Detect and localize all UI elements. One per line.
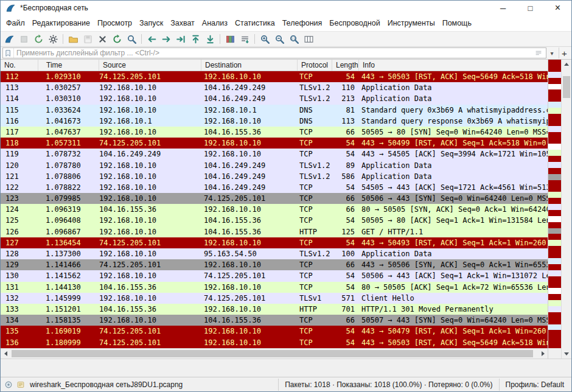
scroll-up-button[interactable] [562,60,571,69]
menu-item[interactable]: Телефония [279,16,326,30]
expert-info-icon[interactable] [3,379,14,390]
open-file-button[interactable] [66,32,80,46]
profile-label[interactable]: Профиль: Default [499,379,570,391]
packet-row[interactable]: 1301.141562192.168.10.1074.125.205.101TC… [1,270,548,281]
zoom-out-button[interactable] [273,32,286,46]
packet-row[interactable]: 1341.158135192.168.10.10104.16.155.36TCP… [1,315,548,326]
horizontal-scrollbar[interactable] [1,348,548,359]
packet-row[interactable]: 1271.13645474.125.205.101192.168.10.10TC… [1,237,548,248]
packet-row[interactable]: 1181.05731174.125.205.101192.168.10.10TC… [1,138,548,149]
packet-row[interactable]: 1221.078822192.168.10.10104.16.249.249TC… [1,182,548,193]
restart-capture-button[interactable] [32,32,45,46]
packet-cell-destination: 74.125.205.101 [201,293,298,304]
packet-cell-protocol: DNS [298,116,332,127]
scroll-left-button[interactable] [1,349,10,359]
packet-row[interactable]: 1281.137300192.168.10.1095.163.54.50TLSv… [1,248,548,259]
auto-scroll-button[interactable] [238,32,251,46]
column-header-info[interactable]: Info [359,60,548,71]
menu-item[interactable]: Беспроводной [326,16,383,30]
menu-item[interactable]: Захват [167,16,198,30]
packet-cell-no: 124 [1,204,38,215]
packet-row[interactable]: 1321.145999192.168.10.1074.125.205.101TL… [1,293,548,304]
menu-item[interactable]: Инструменты [384,16,439,30]
vertical-scrollbar-track[interactable] [562,69,571,349]
capture-options-button[interactable] [46,32,60,46]
minimap-stripe [548,318,561,324]
minimap-stripe [548,108,561,114]
menu-item[interactable]: Запуск [136,16,167,30]
go-to-packet-icon [176,34,186,44]
packet-cell-no: 116 [1,116,38,127]
packet-row[interactable]: 1241.096319104.16.155.36192.168.10.10TCP… [1,204,548,215]
go-to-packet-button[interactable] [174,32,187,46]
column-header-source[interactable]: Source [99,60,201,71]
resize-columns-button[interactable] [302,32,315,46]
filter-history-dropdown[interactable]: ▾ [546,47,557,58]
packet-row[interactable]: 1201.078780192.168.10.10104.16.249.249TL… [1,160,548,171]
packet-cell-no: 123 [1,193,38,204]
vertical-scrollbar-thumb[interactable] [563,76,570,98]
packet-row[interactable]: 1121.02931074.125.205.101192.168.10.10TC… [1,71,548,82]
go-last-button[interactable] [203,32,217,46]
menu-item[interactable]: Анализ [198,16,231,30]
packet-row[interactable]: 1291.14146674.125.205.101192.168.10.10TC… [1,259,548,270]
packet-row[interactable]: 1331.151201104.16.155.36192.168.10.10HTT… [1,304,548,315]
packet-row[interactable]: 1151.033624192.168.10.10192.168.10.1DNS8… [1,105,548,116]
go-forward-button[interactable] [159,32,173,46]
packet-row[interactable]: 1141.030310192.168.10.10104.16.249.249TL… [1,93,548,104]
column-header-time[interactable]: Time [38,60,99,71]
packet-cell-info: Application Data [359,82,548,93]
packet-cell-protocol: TLSv1.2 [298,248,332,259]
go-back-button[interactable] [145,32,158,46]
close-file-button[interactable] [96,32,109,46]
minimize-button[interactable]: ─ [489,1,517,15]
packet-row[interactable]: 1161.041673192.168.10.1192.168.10.10DNS1… [1,116,548,127]
menu-item[interactable]: Просмотр [94,16,136,30]
zoom-original-button[interactable]: 1:1 [287,32,301,46]
packet-cell-no: 135 [1,326,38,337]
packet-cell-protocol: TCP [298,193,332,204]
column-header-length[interactable]: Length [332,60,359,71]
menu-item[interactable]: Статистика [231,16,279,30]
display-filter-input[interactable] [14,48,531,58]
packet-row[interactable]: 1311.144130104.16.155.36192.168.10.10TCP… [1,282,548,293]
packet-row[interactable]: 1251.096408192.168.10.10104.16.155.36TCP… [1,215,548,226]
filter-bookmark-icon[interactable] [3,48,14,58]
packet-minimap[interactable] [548,60,561,348]
reload-file-button[interactable] [110,32,124,46]
capture-comment-icon[interactable] [15,379,26,390]
maximize-button[interactable]: □ [517,1,544,15]
scroll-right-button[interactable] [538,349,548,359]
packet-row[interactable]: 1261.096867192.168.10.10104.16.155.36HTT… [1,226,548,237]
close-button[interactable]: × [544,1,571,15]
go-first-button[interactable] [189,32,202,46]
horizontal-scrollbar-thumb[interactable] [12,350,533,357]
packet-row[interactable]: 1191.078732104.16.249.249192.168.10.10TC… [1,149,548,159]
vertical-scrollbar[interactable] [561,60,571,359]
horizontal-scrollbar-track[interactable] [10,349,538,359]
packet-row[interactable]: 1351.16901974.125.205.101192.168.10.10TC… [1,326,548,337]
packet-row[interactable]: 1171.047637192.168.10.10104.16.155.36TCP… [1,127,548,138]
packet-row[interactable]: 1131.030257192.168.10.10104.16.249.249TL… [1,82,548,93]
packet-row[interactable]: 1211.078806192.168.10.10104.16.249.249TL… [1,171,548,182]
start-capture-button[interactable] [2,32,16,46]
packet-cell-destination: 192.168.10.10 [201,71,298,82]
column-header-protocol[interactable]: Protocol [298,60,332,71]
filter-add-button[interactable]: + [559,47,570,58]
column-header-destination[interactable]: Destination [201,60,298,71]
packet-row[interactable]: 1231.079985192.168.10.1074.125.205.101TC… [1,193,548,204]
scroll-down-button[interactable] [562,349,571,359]
colorize-button[interactable] [223,32,237,46]
column-header-no[interactable]: No. [1,60,38,71]
zoom-in-button[interactable] [258,32,271,46]
packet-cell-source: 74.125.205.101 [99,337,201,348]
intelligent-scrollbar [548,60,561,359]
go-first-icon [190,34,201,44]
status-bar: wireshark_Беспроводная сетьJ89DU1.pcapng… [1,377,571,391]
packet-cell-no: 122 [1,182,38,193]
packet-row[interactable]: 1361.18099974.125.205.101192.168.10.10TC… [1,337,548,348]
menu-item[interactable]: Файл [2,16,29,30]
find-packet-button[interactable] [125,32,138,46]
menu-item[interactable]: Редактирование [29,16,94,30]
menu-item[interactable]: Помощь [439,16,475,30]
